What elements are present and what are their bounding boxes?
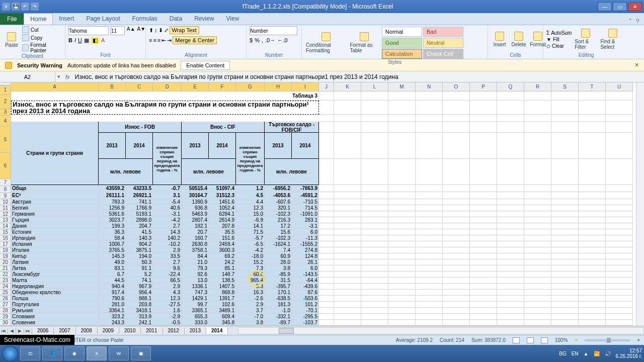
data-val-18-6[interactable]: 60.9 [265, 253, 292, 259]
column-header-K[interactable]: K [334, 82, 361, 92]
data-val-7-2[interactable]: -0.7 [153, 185, 182, 192]
data-val-19-6[interactable]: 28.0 [265, 259, 292, 265]
empty-14-4[interactable] [443, 122, 470, 133]
empty-15-12[interactable] [470, 217, 497, 223]
empty-19-18[interactable] [579, 253, 606, 259]
taskbar-word-icon[interactable]: W [109, 346, 129, 360]
data-val-25-1[interactable]: 888.1 [126, 296, 153, 302]
empty-9-27[interactable] [319, 308, 334, 314]
empty-17-6[interactable] [524, 159, 551, 185]
data-val-28-3[interactable]: 655.3 [182, 314, 209, 320]
hdr-exp-unit[interactable]: млн. левове [99, 159, 153, 185]
empty-10-24[interactable] [334, 290, 361, 296]
format-as-table-button[interactable]: Format as Table [349, 31, 379, 54]
hdr-imp-2014[interactable]: 2014 [209, 133, 236, 159]
empty-13-1[interactable] [416, 92, 443, 101]
sheet-tab-2011[interactable]: 2011 [141, 327, 163, 334]
empty-18-24[interactable] [551, 290, 579, 296]
empty-15-5[interactable] [470, 133, 497, 159]
data-val-25-5[interactable]: -2.6 [236, 296, 265, 302]
empty-9-25[interactable] [319, 296, 334, 302]
empty-9-26[interactable] [319, 302, 334, 308]
data-country-17[interactable]: Италия [11, 247, 99, 253]
empty-10-14[interactable] [334, 229, 361, 235]
row-header-23[interactable]: 23 [0, 278, 11, 284]
empty-18-14[interactable] [551, 229, 579, 235]
empty-13-29[interactable] [416, 320, 443, 326]
data-country-8[interactable]: ЕС² [11, 192, 99, 199]
currency-icon[interactable]: $ [250, 37, 253, 43]
data-val-13-7[interactable]: -3.1 [292, 223, 319, 229]
empty-18-8[interactable] [551, 192, 579, 199]
empty-11-7[interactable] [361, 185, 388, 192]
empty-16-12[interactable] [497, 217, 524, 223]
minimize-button[interactable]: — [598, 2, 612, 11]
data-val-11-3[interactable]: 5463.9 [182, 211, 209, 217]
empty-12-25[interactable] [388, 296, 416, 302]
decrease-decimal-icon[interactable]: ←.0 [277, 37, 287, 43]
data-country-11[interactable]: Германия [11, 211, 99, 217]
empty-10-4[interactable] [334, 122, 361, 133]
empty-13-9[interactable] [416, 199, 443, 205]
data-val-23-3[interactable]: 1336.1 [182, 284, 209, 290]
empty-12-8[interactable] [388, 192, 416, 199]
empty-12-4[interactable] [388, 122, 416, 133]
empty-19-4[interactable] [579, 122, 606, 133]
empty-16-4[interactable] [497, 122, 524, 133]
data-val-17-0[interactable]: 3765.5 [99, 247, 126, 253]
hdr-imp-2013[interactable]: 2013 [182, 133, 209, 159]
data-val-18-5[interactable]: -18.0 [236, 253, 265, 259]
data-val-29-7[interactable]: -103.7 [292, 320, 319, 326]
empty-16-16[interactable] [497, 241, 524, 247]
empty-10-2[interactable] [334, 101, 361, 115]
data-val-17-2[interactable]: 2.9 [153, 247, 182, 253]
font-name-combo[interactable] [68, 26, 109, 35]
empty-10-8[interactable] [334, 192, 361, 199]
empty-20-6[interactable] [606, 159, 633, 185]
sheet-nav-first-icon[interactable]: ⏮ [0, 328, 8, 333]
empty-10-9[interactable] [334, 199, 361, 205]
data-val-17-1[interactable]: 3875.1 [126, 247, 153, 253]
empty-15-27[interactable] [470, 308, 497, 314]
empty-11-17[interactable] [361, 247, 388, 253]
taskbar-recorder-icon[interactable]: ▣ [131, 346, 151, 360]
data-val-26-3[interactable]: 99.7 [182, 302, 209, 308]
empty-10-26[interactable] [334, 302, 361, 308]
empty-19-10[interactable] [579, 205, 606, 211]
cut-button[interactable]: Cut [22, 26, 62, 33]
empty-15-6[interactable] [470, 159, 497, 185]
data-val-29-6[interactable]: -89.7 [265, 320, 292, 326]
data-val-26-6[interactable]: 181.3 [265, 302, 292, 308]
empty-19-17[interactable] [579, 247, 606, 253]
empty-14-22[interactable] [443, 278, 470, 284]
empty-20-13[interactable] [606, 223, 633, 229]
empty-11-16[interactable] [361, 241, 388, 247]
tray-network-icon[interactable]: 📶 [594, 351, 600, 356]
empty-16-1[interactable] [497, 92, 524, 101]
empty-11-6[interactable] [361, 159, 388, 185]
data-val-8-4[interactable]: 31512.3 [209, 192, 236, 199]
empty-15-1[interactable] [470, 92, 497, 101]
empty-14-18[interactable] [443, 253, 470, 259]
empty-14-14[interactable] [443, 229, 470, 235]
empty-15-11[interactable] [470, 211, 497, 217]
empty-11-10[interactable] [361, 205, 388, 211]
empty-9-19[interactable] [319, 259, 334, 265]
sheet-tab-2006[interactable]: 2006 [32, 327, 54, 334]
data-country-7[interactable]: Общо [11, 185, 99, 192]
data-val-18-2[interactable]: 33.5 [153, 253, 182, 259]
data-val-22-1[interactable]: 74.1 [126, 278, 153, 284]
empty-11-12[interactable] [361, 217, 388, 223]
empty-14-24[interactable] [443, 290, 470, 296]
clear-button[interactable]: ◇Clear [546, 43, 572, 49]
empty-10-23[interactable] [334, 284, 361, 290]
style-check-cell[interactable]: Check Cell [423, 49, 463, 59]
empty-13-25[interactable] [416, 296, 443, 302]
empty-18-29[interactable] [551, 320, 579, 326]
empty-9-8[interactable] [319, 192, 334, 199]
empty-20-1[interactable] [606, 92, 633, 101]
align-center-icon[interactable]: ≡ [153, 37, 156, 43]
zoom-level[interactable]: 100% [555, 337, 568, 343]
empty-11-5[interactable] [361, 133, 388, 159]
data-val-24-7[interactable]: 87.6 [292, 290, 319, 296]
